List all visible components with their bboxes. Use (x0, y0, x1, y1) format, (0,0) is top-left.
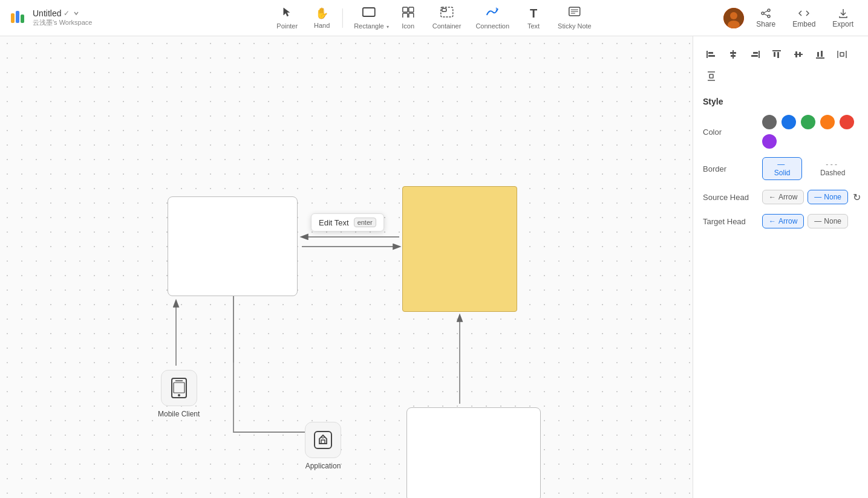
hand-tool[interactable]: ✋ Hand (306, 3, 338, 33)
source-head-options: ← Arrow — None (762, 190, 848, 204)
connection-label: Connection (475, 22, 509, 30)
svg-rect-27 (321, 440, 325, 444)
color-swatch-purple[interactable] (762, 134, 777, 149)
svg-point-24 (178, 394, 180, 396)
align-left-btn[interactable] (703, 46, 720, 63)
toolbar-right-group: Share Embed Export (723, 5, 858, 31)
pointer-tool[interactable]: Pointer (270, 3, 304, 33)
source-none-btn[interactable]: — None (808, 190, 848, 204)
embed-button[interactable]: Embed (788, 5, 820, 31)
border-solid-btn[interactable]: — Solid (762, 157, 802, 180)
svg-rect-43 (795, 51, 797, 57)
connection-tool[interactable]: Connection (469, 3, 515, 33)
target-none-btn[interactable]: — None (808, 214, 848, 228)
source-arrow-icon: ← (769, 193, 776, 201)
hand-label: Hand (314, 22, 330, 29)
icon-label: Icon (402, 22, 414, 30)
title-checkmark: ✓ (64, 9, 70, 18)
distribute-vertical-btn[interactable] (703, 68, 720, 85)
rect-node-1[interactable] (168, 196, 298, 296)
edit-text-tooltip[interactable]: Edit Text enter (311, 213, 384, 231)
svg-rect-25 (174, 383, 184, 393)
connection-icon (486, 7, 499, 21)
rect-node-3[interactable] (406, 407, 541, 498)
canvas-area[interactable]: Mobile Client Application Edit Text ente… (0, 36, 693, 498)
border-row: Border — Solid - - - Dashed (703, 157, 858, 180)
rotate-btn[interactable]: ↻ (853, 189, 861, 205)
svg-point-15 (730, 12, 737, 19)
embed-icon (798, 8, 809, 19)
app-title: Untitled (33, 8, 61, 18)
svg-line-20 (764, 11, 768, 13)
svg-rect-4 (403, 7, 408, 12)
mobile-client-icon-box (161, 370, 197, 406)
rectangle-tool[interactable]: Rectangle ▾ (348, 3, 390, 33)
source-none-icon: — (814, 193, 821, 201)
target-head-row: Target Head ← Arrow — None (703, 214, 858, 228)
edit-text-kbd: enter (354, 218, 376, 227)
main-toolbar: Untitled ✓ 云浅墨's Workspace Pointer ✋ Han… (0, 0, 868, 36)
mobile-client-node[interactable]: Mobile Client (158, 370, 200, 418)
svg-rect-7 (409, 13, 414, 18)
color-swatch-green[interactable] (801, 115, 815, 129)
container-tool[interactable]: Container (426, 3, 468, 33)
color-swatch-orange[interactable] (820, 115, 835, 129)
edit-text-label: Edit Text (319, 218, 349, 227)
pointer-label: Pointer (276, 22, 298, 30)
style-section: Style Color Border — Solid - (703, 97, 858, 228)
user-avatar (723, 8, 744, 28)
target-arrow-icon: ← (769, 217, 776, 225)
export-button[interactable]: Export (827, 5, 858, 31)
right-panel: Style Color Border — Solid - (693, 36, 868, 498)
align-vertical-center-btn[interactable] (790, 46, 807, 63)
color-swatch-blue[interactable] (782, 115, 796, 129)
container-label: Container (432, 22, 462, 30)
sticky-note-tool[interactable]: Sticky Note (552, 3, 598, 33)
svg-point-28 (322, 436, 324, 438)
svg-rect-41 (777, 52, 779, 58)
application-icon (313, 430, 333, 450)
color-swatch-red[interactable] (840, 115, 854, 129)
border-label: Border (703, 164, 757, 173)
source-arrow-btn[interactable]: ← Arrow (762, 190, 804, 204)
align-top-btn[interactable] (768, 46, 785, 63)
container-icon (440, 7, 454, 21)
svg-rect-31 (708, 52, 713, 54)
sticky-note-icon (569, 7, 581, 21)
target-arrow-btn[interactable]: ← Arrow (762, 214, 804, 228)
text-tool[interactable]: T Text (518, 3, 549, 33)
border-options: — Solid - - - Dashed (762, 157, 858, 180)
svg-rect-6 (403, 13, 408, 18)
distribute-horizontal-btn[interactable] (834, 46, 850, 63)
hand-icon: ✋ (315, 7, 328, 20)
mobile-client-label: Mobile Client (158, 410, 200, 418)
rectangle-label: Rectangle (354, 22, 384, 30)
svg-rect-35 (731, 55, 736, 57)
border-dashed-btn[interactable]: - - - Dashed (807, 158, 858, 179)
align-horizontal-center-btn[interactable] (725, 46, 742, 63)
text-icon: T (530, 7, 537, 21)
svg-rect-5 (409, 7, 414, 12)
application-node[interactable]: Application (305, 422, 341, 470)
align-right-btn[interactable] (746, 46, 763, 63)
align-bottom-btn[interactable] (812, 46, 829, 63)
share-button[interactable]: Share (751, 5, 780, 31)
svg-rect-1 (16, 11, 19, 23)
share-icon (760, 8, 771, 19)
color-swatch-gray[interactable] (762, 115, 777, 129)
canvas-connections (0, 36, 693, 498)
export-icon (838, 8, 849, 19)
target-none-icon: — (814, 217, 821, 225)
rect-node-yellow[interactable] (402, 186, 517, 312)
svg-point-19 (762, 12, 764, 15)
svg-point-18 (768, 15, 770, 18)
application-label: Application (305, 462, 341, 470)
share-label: Share (756, 20, 775, 28)
source-head-row: Source Head ← Arrow — None ↻ (703, 189, 858, 205)
svg-rect-37 (753, 52, 758, 54)
icon-tool-icon (402, 7, 414, 21)
border-solid-label: Solid (774, 169, 791, 177)
icon-tool[interactable]: Icon (393, 3, 424, 33)
workspace-label: 云浅墨's Workspace (33, 18, 92, 27)
title-dropdown-icon[interactable] (73, 10, 79, 16)
